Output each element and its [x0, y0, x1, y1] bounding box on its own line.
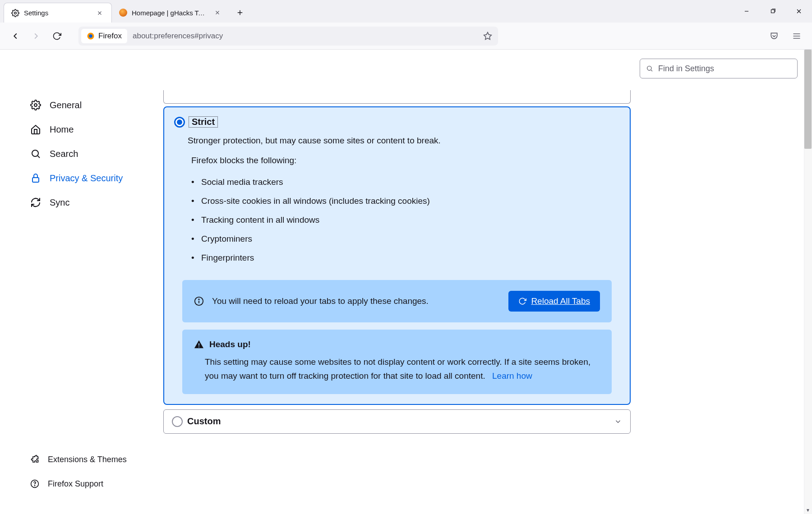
sidebar-bottom: Extensions & Themes Firefox Support	[24, 447, 153, 514]
radio-custom[interactable]	[172, 416, 183, 427]
reload-info-text: You will need to reload your tabs to app…	[212, 294, 500, 308]
close-icon[interactable]	[95, 9, 104, 18]
sidebar-item-label: Privacy & Security	[50, 173, 123, 184]
svg-marker-4	[484, 32, 492, 39]
sidebar-item-general[interactable]: General	[24, 93, 153, 117]
sidebar: General Home Search Privacy & Security S…	[0, 50, 153, 514]
sync-icon	[30, 197, 42, 208]
warning-icon	[194, 340, 204, 349]
svg-point-5	[647, 66, 651, 70]
sidebar-item-label: Firefox Support	[48, 479, 103, 489]
content-area: General Home Search Privacy & Security S…	[0, 50, 812, 514]
menu-icon[interactable]	[789, 28, 805, 44]
minimize-button[interactable]	[734, 2, 760, 20]
svg-rect-8	[32, 178, 39, 182]
svg-point-7	[32, 150, 38, 156]
svg-point-0	[14, 12, 17, 14]
window-controls	[734, 0, 812, 23]
svg-rect-14	[198, 347, 199, 348]
heads-up-title: Heads up!	[209, 340, 251, 349]
gear-icon	[11, 9, 19, 17]
sidebar-item-home[interactable]: Home	[24, 117, 153, 142]
sidebar-item-label: Extensions & Themes	[48, 455, 127, 464]
help-icon	[30, 479, 40, 489]
scroll-thumb[interactable]	[804, 50, 812, 149]
settings-search-input[interactable]	[640, 59, 798, 78]
strict-option-card: Strict Stronger protection, but may caus…	[163, 106, 631, 405]
identity-box[interactable]: Firefox	[81, 29, 127, 43]
info-icon	[194, 296, 204, 306]
radio-strict[interactable]	[174, 117, 185, 128]
list-item: Fingerprinters	[191, 248, 620, 267]
tab-settings[interactable]: Settings	[4, 3, 112, 23]
gear-icon	[30, 99, 42, 111]
close-window-button[interactable]	[786, 2, 812, 20]
forward-button[interactable]	[28, 28, 44, 44]
sidebar-item-privacy[interactable]: Privacy & Security	[24, 166, 153, 190]
pocket-icon[interactable]	[766, 28, 782, 44]
puzzle-icon	[30, 454, 40, 464]
reload-icon	[518, 297, 526, 305]
list-item: Social media trackers	[191, 173, 620, 192]
tab-bar: Settings Homepage | gHacks Technology	[0, 0, 812, 23]
svg-point-12	[198, 299, 199, 299]
toolbar: Firefox about:preferences#privacy	[0, 23, 812, 50]
maximize-button[interactable]	[760, 2, 786, 20]
scroll-down-icon[interactable]: ▼	[804, 506, 812, 514]
home-icon	[30, 124, 42, 135]
search-icon	[646, 65, 653, 72]
svg-point-3	[89, 34, 92, 38]
main-panel: Strict Stronger protection, but may caus…	[153, 50, 641, 514]
svg-point-6	[34, 104, 37, 106]
sidebar-item-support[interactable]: Firefox Support	[24, 472, 153, 496]
reload-info-box: You will need to reload your tabs to app…	[182, 280, 612, 322]
reload-all-tabs-button[interactable]: Reload All Tabs	[508, 291, 600, 312]
svg-point-10	[35, 486, 35, 486]
sidebar-item-label: Search	[50, 149, 78, 159]
list-item: Tracking content in all windows	[191, 211, 620, 229]
chevron-down-icon	[614, 418, 622, 426]
svg-rect-1	[771, 10, 775, 13]
previous-option-edge	[163, 90, 631, 104]
learn-how-link[interactable]: Learn how	[492, 371, 532, 381]
back-button[interactable]	[7, 28, 23, 44]
identity-label: Firefox	[98, 32, 122, 41]
list-item: Cryptominers	[191, 229, 620, 248]
lock-icon	[30, 172, 42, 184]
settings-search-wrap	[640, 59, 798, 78]
new-tab-button[interactable]	[232, 5, 248, 21]
list-item: Cross-site cookies in all windows (inclu…	[191, 192, 620, 211]
heads-up-box: Heads up! This setting may cause some we…	[182, 330, 612, 394]
reload-button-label: Reload All Tabs	[531, 296, 590, 306]
svg-rect-13	[198, 343, 199, 346]
blocks-list: Social media trackers Cross-site cookies…	[191, 173, 620, 267]
blocks-title: Firefox blocks the following:	[191, 156, 620, 165]
heads-up-body: This setting may cause some websites to …	[205, 355, 600, 383]
site-icon	[119, 9, 127, 17]
custom-label: Custom	[187, 416, 221, 427]
close-icon[interactable]	[213, 8, 222, 17]
tab-label: Homepage | gHacks Technology	[132, 9, 208, 17]
search-icon	[30, 148, 42, 160]
strict-label: Strict	[189, 116, 218, 128]
scrollbar[interactable]: ▲ ▼	[804, 50, 812, 514]
url-bar[interactable]: Firefox about:preferences#privacy	[78, 27, 498, 46]
bookmark-star-icon[interactable]	[480, 28, 495, 44]
sidebar-item-extensions[interactable]: Extensions & Themes	[24, 447, 153, 472]
sidebar-item-label: General	[50, 100, 82, 110]
tab-label: Settings	[24, 9, 91, 17]
custom-option-card[interactable]: Custom	[163, 409, 631, 434]
sidebar-item-sync[interactable]: Sync	[24, 190, 153, 215]
tab-ghacks[interactable]: Homepage | gHacks Technology	[112, 3, 229, 23]
sidebar-item-label: Sync	[50, 197, 69, 208]
strict-description: Stronger protection, but may cause some …	[188, 136, 620, 146]
reload-button[interactable]	[49, 28, 65, 44]
sidebar-item-label: Home	[50, 124, 74, 135]
firefox-icon	[87, 32, 95, 40]
heads-up-text: This setting may cause some websites to …	[205, 357, 591, 381]
sidebar-item-search[interactable]: Search	[24, 142, 153, 166]
url-text: about:preferences#privacy	[127, 32, 480, 41]
